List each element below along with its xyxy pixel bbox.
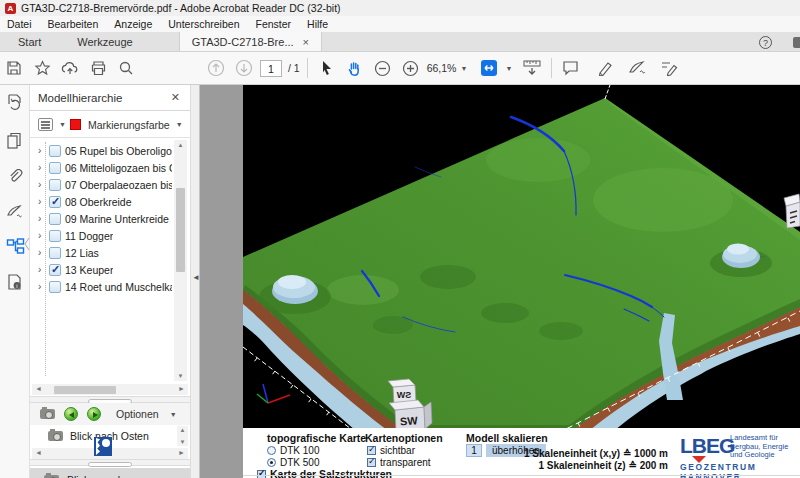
salt-map-option[interactable]: Karte der Salzstrukturen — [257, 468, 392, 478]
zoom-in-button[interactable] — [397, 55, 425, 81]
page-number-input[interactable]: 1 — [260, 60, 282, 77]
highlighter-tool-icon[interactable] — [591, 55, 619, 81]
views-scrollbar[interactable]: ▲▼ — [177, 426, 188, 446]
fill-sign-tool-icon[interactable] — [655, 55, 683, 81]
menu-bearbeiten[interactable]: Bearbeiten — [48, 18, 99, 30]
next-view-button[interactable] — [87, 407, 101, 421]
select-tool-icon[interactable] — [313, 55, 341, 81]
visible-checkbox[interactable] — [367, 446, 376, 455]
tree-item[interactable]: ›06 Mitteloligozaen bis Obere — [30, 159, 172, 176]
zoom-level-value[interactable]: 66,1% — [427, 62, 457, 74]
navigation-pane-strip: i — [0, 85, 30, 478]
options-menu[interactable]: Optionen — [116, 408, 159, 420]
tab-document[interactable]: GTA3D-C2718-Bre... × — [179, 32, 322, 51]
tree-item[interactable]: ›08 Oberkreide — [30, 193, 172, 210]
layer-checkbox[interactable] — [49, 145, 61, 157]
zoom-out-button[interactable] — [369, 55, 397, 81]
panel-splitter-grip[interactable] — [30, 459, 190, 466]
tree-item[interactable]: ›14 Roet und Muschelkalk — [30, 278, 172, 295]
visible-option[interactable]: sichtbar — [367, 445, 415, 456]
model-tree: ›05 Rupel bis Oberoligozaen ›06 Mittelol… — [30, 140, 190, 381]
layer-checkbox[interactable] — [49, 281, 61, 293]
tree-horizontal-scrollbar[interactable]: ◄► — [32, 384, 188, 395]
page-thumbnails-icon[interactable] — [6, 132, 24, 150]
star-button[interactable] — [28, 55, 56, 81]
page-properties-icon[interactable]: i — [6, 273, 24, 291]
print-button[interactable] — [84, 55, 112, 81]
view-camera-icon — [48, 431, 63, 441]
tree-item[interactable]: ›09 Marine Unterkreide — [30, 210, 172, 227]
save-button[interactable] — [0, 55, 28, 81]
previous-view-button[interactable] — [64, 407, 78, 421]
panel-splitter[interactable]: ◄ — [190, 85, 200, 478]
comment-tool-icon[interactable] — [557, 55, 585, 81]
search-icon[interactable] — [112, 55, 140, 81]
page-fit-button[interactable] — [475, 55, 503, 81]
tree-options-icon[interactable] — [38, 118, 53, 131]
transparent-option[interactable]: transparent — [367, 457, 431, 468]
tree-scrollbar[interactable]: ▲ ▼ — [174, 140, 187, 381]
lbeg-logo-subtitle: Landesamt fürBergbau, Energieund Geologi… — [730, 434, 788, 460]
model-scale-header: Modell skalieren — [466, 432, 548, 444]
dtk100-option[interactable]: DTK 100 — [267, 445, 319, 456]
layer-checkbox[interactable] — [49, 213, 61, 225]
menu-hilfe[interactable]: Hilfe — [307, 18, 328, 30]
marker-color-swatch[interactable] — [70, 119, 81, 130]
layer-checkbox[interactable] — [49, 247, 61, 259]
tab-start[interactable]: Start — [0, 32, 59, 51]
menu-unterschreiben[interactable]: Unterschreiben — [168, 18, 239, 30]
sign-tool-icon[interactable] — [623, 55, 651, 81]
tree-item[interactable]: ›07 Oberpalaeozaen bis Unter — [30, 176, 172, 193]
tab-werkzeuge[interactable]: Werkzeuge — [59, 32, 150, 51]
page-fit-dropdown-icon[interactable]: ▼ — [505, 65, 512, 72]
acrobat-app-icon: A — [5, 3, 16, 14]
hand-tool-icon[interactable] — [341, 55, 369, 81]
menu-datei[interactable]: Datei — [7, 18, 32, 30]
model-hierarchy-panel: Modellhierarchie ✕ ▼ Markierungsfarbe ▼ … — [30, 85, 190, 478]
scale-z-label: 1 Skaleneinheit (z) ≙ 200 m — [524, 460, 668, 472]
selected-view-row[interactable]: Blick von oben — [30, 468, 190, 478]
layer-checkbox[interactable] — [49, 196, 61, 208]
previous-page-button[interactable] — [202, 55, 230, 81]
salt-map-checkbox[interactable] — [257, 470, 266, 478]
next-page-button[interactable] — [230, 55, 258, 81]
tree-options-dropdown-icon[interactable]: ▼ — [59, 121, 66, 128]
cloud-upload-button[interactable] — [56, 55, 84, 81]
help-icon[interactable]: ? — [759, 36, 772, 49]
layer-checkbox[interactable] — [49, 162, 61, 174]
transparent-checkbox[interactable] — [367, 458, 376, 467]
attachments-icon[interactable] — [6, 169, 24, 187]
collapse-panel-icon[interactable]: ◄ — [192, 273, 200, 282]
signatures-icon[interactable] — [6, 204, 24, 222]
menu-fenster[interactable]: Fenster — [255, 18, 291, 30]
dtk100-radio[interactable] — [267, 446, 276, 455]
topo-map-header: topografische Karte — [267, 432, 366, 444]
export-pdf-icon[interactable] — [6, 93, 24, 111]
3d-model-viewport[interactable]: SW SW — [243, 85, 800, 428]
options-dropdown-icon[interactable]: ▼ — [170, 411, 177, 418]
dtk500-option[interactable]: DTK 500 — [267, 457, 319, 468]
layer-checkbox[interactable] — [49, 230, 61, 242]
layer-checkbox[interactable] — [49, 264, 61, 276]
dtk500-radio[interactable] — [267, 458, 276, 467]
scale-factor-input[interactable]: 1 — [466, 444, 482, 457]
page-count-label: / 1 — [288, 62, 300, 74]
lbeg-logo: LBEG — [680, 434, 734, 458]
zoom-dropdown-icon[interactable]: ▼ — [460, 65, 467, 72]
notification-icon[interactable] — [793, 37, 800, 48]
panel-close-icon[interactable]: ✕ — [171, 91, 180, 104]
panel-splitter-grip[interactable] — [30, 396, 190, 403]
tree-item[interactable]: ›05 Rupel bis Oberoligozaen — [30, 142, 172, 159]
tree-item[interactable]: ›11 Dogger — [30, 227, 172, 244]
menu-bar: Datei Bearbeiten Anzeige Unterschreiben … — [0, 16, 800, 32]
tree-item[interactable]: ›12 Lias — [30, 244, 172, 261]
model-tree-icon[interactable] — [6, 238, 24, 256]
pdf-page: SW SW topografische Karte DTK 100 — [243, 85, 800, 478]
tree-item[interactable]: ›13 Keuper — [30, 261, 172, 278]
fit-width-button[interactable] — [518, 55, 546, 81]
layer-checkbox[interactable] — [49, 179, 61, 191]
tab-close-icon[interactable]: × — [303, 36, 309, 48]
views-camera-icon[interactable] — [40, 409, 55, 419]
menu-anzeige[interactable]: Anzeige — [114, 18, 152, 30]
marker-color-dropdown-icon[interactable]: ▼ — [176, 121, 183, 128]
